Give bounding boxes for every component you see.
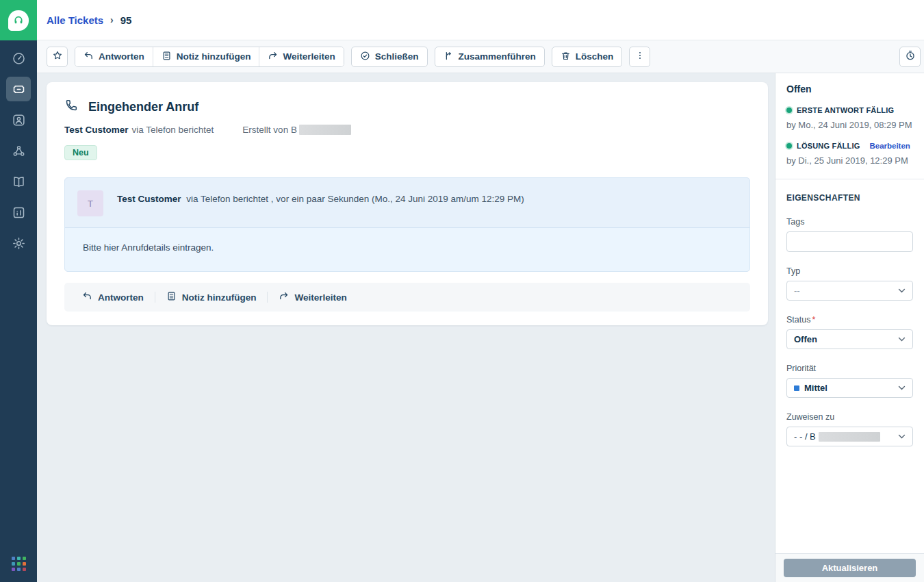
sidebar-item-tickets[interactable] [6, 77, 31, 101]
breadcrumb-all-tickets-link[interactable]: Alle Tickets [47, 14, 103, 26]
reply-button[interactable]: Antworten [75, 47, 153, 66]
phone-icon [64, 99, 78, 115]
main-column: Alle Tickets › 95 An [37, 0, 924, 582]
type-field-group: Typ -- [786, 266, 913, 301]
page-title: Eingehender Anruf [88, 100, 198, 114]
footer-forward-button[interactable]: Weiterleiten [268, 283, 357, 312]
sidebar-item-solutions[interactable] [6, 169, 31, 194]
close-label: Schließen [375, 51, 419, 62]
check-circle-icon [360, 51, 370, 63]
toolbar-right [899, 47, 921, 67]
priority-select[interactable]: Mittel [786, 378, 913, 398]
properties-panel: Offen ERSTE ANTWORT FÄLLIG by Mo., 24 Ju… [775, 73, 924, 582]
status-field-group: Status * Offen [786, 315, 913, 349]
add-note-button[interactable]: Notiz hinzufügen [153, 47, 259, 66]
avatar: T [77, 190, 103, 216]
tags-input[interactable] [786, 231, 913, 252]
chevron-down-icon [898, 385, 906, 390]
close-ticket-button[interactable]: Schließen [351, 47, 428, 67]
first-response-due-row: ERSTE ANTWORT FÄLLIG [786, 106, 913, 114]
footer-forward-label: Weiterleiten [294, 292, 346, 303]
first-response-due-date: by Mo., 24 Juni 2019, 08:29 PM [786, 120, 913, 130]
sidebar-item-admin[interactable] [6, 231, 31, 255]
type-select[interactable]: -- [786, 281, 913, 301]
footer-reply-label: Antworten [98, 292, 144, 303]
star-icon [52, 50, 63, 63]
redacted-assignee-name [819, 432, 880, 442]
via-channel-text: via Telefon berichtet [132, 125, 214, 135]
priority-value-text: Mittel [804, 383, 827, 393]
footer-reply-button[interactable]: Antworten [71, 283, 155, 312]
social-channels-icon [12, 144, 26, 158]
add-note-label: Notiz hinzufügen [177, 51, 251, 62]
sidebar-item-dashboard[interactable] [6, 46, 31, 71]
priority-value: Mittel [794, 383, 827, 393]
trash-icon [561, 51, 571, 63]
reply-arrow-icon [82, 291, 92, 303]
created-by-label: Erstellt von B [242, 125, 297, 135]
freshdesk-app: Alle Tickets › 95 An [0, 0, 924, 582]
note-icon [166, 291, 177, 303]
note-icon [162, 51, 172, 63]
footer-add-note-label: Notiz hinzufügen [182, 292, 257, 303]
bar-chart-icon [12, 205, 26, 220]
app-switcher-grid-icon[interactable] [12, 557, 26, 571]
ticket-content-area: Eingehender Anruf Test Customer via Tele… [37, 73, 775, 582]
footer-add-note-button[interactable]: Notiz hinzufügen [155, 283, 268, 312]
chevron-down-icon [898, 337, 906, 342]
ticket-title-row: Eingehender Anruf [64, 99, 750, 115]
breadcrumb-separator: › [110, 14, 114, 25]
book-icon [12, 175, 26, 189]
favorite-button[interactable] [47, 47, 68, 67]
resolution-due-row: LÖSUNG FÄLLIG Bearbeiten [786, 142, 913, 150]
chevron-down-icon [898, 288, 906, 293]
tags-label: Tags [786, 217, 913, 227]
priority-medium-square-icon [794, 385, 799, 391]
left-sidebar [0, 0, 37, 582]
status-label: Status * [786, 315, 913, 325]
reply-actions-group: Antworten Notiz hinzufügen [75, 47, 344, 67]
panel-status-text: Offen [786, 84, 913, 94]
freshdesk-logo[interactable] [0, 0, 37, 40]
ticket-card: Eingehender Anruf Test Customer via Tele… [47, 82, 768, 325]
edit-sla-link[interactable]: Bearbeiten [869, 142, 910, 150]
more-options-button[interactable] [629, 47, 650, 67]
conversation-author[interactable]: Test Customer [117, 194, 181, 204]
forward-arrow-icon [268, 51, 278, 63]
sla-green-dot-icon [786, 143, 792, 149]
headset-logo-icon [8, 10, 29, 31]
resolution-due-label: LÖSUNG FÄLLIG [797, 142, 860, 150]
type-label: Typ [786, 266, 913, 276]
first-response-due-label: ERSTE ANTWORT FÄLLIG [797, 106, 894, 114]
properties-section-title: EIGENSCHAFTEN [786, 193, 913, 203]
sidebar-item-reports[interactable] [6, 200, 31, 225]
time-tracking-button[interactable] [899, 47, 921, 67]
forward-button[interactable]: Weiterleiten [259, 47, 343, 66]
conversation-timestamp: via Telefon berichtet , vor ein paar Sek… [186, 194, 524, 204]
assign-value-text: - - / B [794, 431, 816, 442]
sidebar-item-contacts[interactable] [6, 107, 31, 132]
assign-select[interactable]: - - / B [786, 427, 913, 446]
requester-name[interactable]: Test Customer [64, 125, 129, 135]
gear-icon [12, 236, 26, 251]
ticket-toolbar: Antworten Notiz hinzufügen [37, 40, 924, 73]
delete-button[interactable]: Löschen [552, 47, 623, 67]
timer-clock-icon [905, 50, 916, 63]
update-button[interactable]: Aktualisieren [784, 559, 916, 577]
type-value: -- [794, 286, 800, 296]
divider [775, 179, 924, 179]
reply-arrow-icon [84, 51, 94, 63]
status-select[interactable]: Offen [786, 329, 913, 349]
ticket-meta-row: Test Customer via Telefon berichtet Erst… [64, 125, 750, 135]
assign-field-group: Zuweisen zu - - / B [786, 412, 913, 446]
redacted-agent-name [299, 125, 351, 135]
conversation-footer-bar: Antworten Notiz hinzufügen [64, 283, 750, 312]
breadcrumb-ticket-id: 95 [120, 14, 132, 26]
resolution-due-date: by Di., 25 Juni 2019, 12:29 PM [786, 155, 913, 166]
page-body: Eingehender Anruf Test Customer via Tele… [37, 73, 924, 582]
panel-footer: Aktualisieren [775, 553, 924, 582]
sidebar-item-social[interactable] [6, 138, 31, 163]
contacts-icon [12, 113, 26, 127]
merge-label: Zusammenführen [459, 51, 536, 62]
merge-button[interactable]: Zusammenführen [435, 47, 545, 67]
